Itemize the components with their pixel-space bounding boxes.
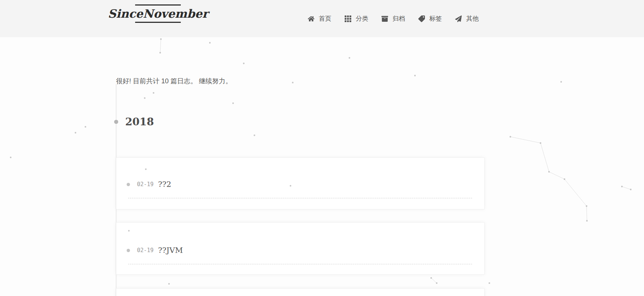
nav-label: 标签 [429,14,442,23]
year-bullet [114,120,118,124]
nav-label: 归档 [393,14,405,23]
nav-item-other[interactable]: 其他 [455,14,479,23]
nav-label: 其他 [466,14,479,23]
post-divider [128,264,472,264]
nav-item-archive[interactable]: 归档 [381,14,405,23]
logo-bottom-rule [135,22,181,23]
post-card [116,288,485,296]
nav-item-tags[interactable]: 标签 [418,14,442,23]
year-heading: 2018 [125,116,154,128]
post-row[interactable]: 02-19 ??JVM [127,246,473,255]
archive-page: SinceNovember 首页 分类 [0,0,644,296]
tag-icon [418,15,425,22]
post-date: 02-19 [137,247,154,254]
paper-plane-icon [455,15,462,22]
post-title-link[interactable]: ??JVM [158,246,183,255]
site-header: SinceNovember 首页 分类 [0,0,644,37]
archive-counter: 很好! 目前共计 10 篇日志。 继续努力。 [116,77,232,86]
main-nav: 首页 分类 归档 [308,0,479,37]
post-title-link[interactable]: ??2 [158,180,171,189]
post-bullet-icon [127,249,130,252]
post-bullet-icon [127,183,130,186]
nav-label: 分类 [356,14,368,23]
nav-item-categories[interactable]: 分类 [345,14,368,23]
grid-icon [345,15,351,22]
nav-item-home[interactable]: 首页 [308,14,331,23]
home-icon [308,15,314,22]
site-logo[interactable]: SinceNovember [107,4,209,23]
post-card: 02-19 ??JVM [116,222,485,275]
post-card: 02-19 ??2 [116,157,485,209]
post-row[interactable]: 02-19 ??2 [127,180,473,189]
archive-icon [381,15,388,22]
nav-label: 首页 [319,14,331,23]
post-date: 02-19 [137,181,154,188]
logo-text[interactable]: SinceNovember [107,6,209,22]
post-divider [128,198,472,198]
